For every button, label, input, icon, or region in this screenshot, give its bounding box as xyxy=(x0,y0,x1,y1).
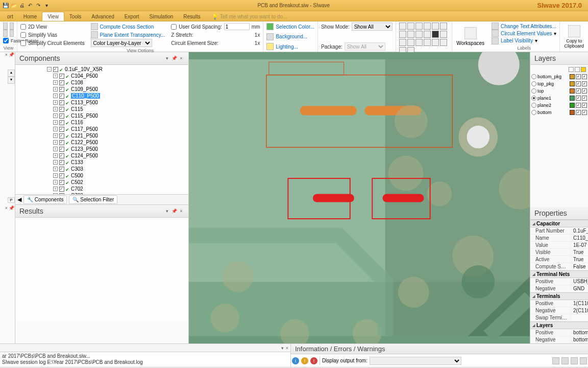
log-menu-icon[interactable]: ▾ xyxy=(281,346,284,351)
print-icon[interactable]: 🖨 xyxy=(18,2,26,9)
info-tool-3-icon[interactable] xyxy=(571,357,578,364)
tab-advanced[interactable]: Advanced xyxy=(86,12,119,21)
layer-hdr-2[interactable] xyxy=(575,67,580,72)
undo-icon[interactable]: ↶ xyxy=(27,2,34,9)
expander-icon[interactable]: + xyxy=(53,180,58,185)
error-icon[interactable]: ! xyxy=(310,357,317,364)
tree-checkbox[interactable] xyxy=(59,107,64,112)
left-close2-icon[interactable]: × xyxy=(5,205,8,211)
layer-sel-checkbox[interactable]: ✓ xyxy=(582,96,587,101)
results-close-icon[interactable]: × xyxy=(178,209,184,215)
expander-icon[interactable]: − xyxy=(47,67,52,72)
layer-vis-checkbox[interactable]: ✓ xyxy=(576,81,581,86)
info-icon[interactable]: i xyxy=(292,357,299,364)
grid-input[interactable] xyxy=(224,23,250,30)
tab-simulation[interactable]: Simulation xyxy=(144,12,179,21)
tree-item[interactable]: +✔C500 xyxy=(17,172,186,179)
background-icon[interactable] xyxy=(266,33,274,40)
tree-item[interactable]: +✔C124_P500 xyxy=(17,152,186,159)
redo-icon[interactable]: ↷ xyxy=(35,2,42,9)
sh-icon-12[interactable] xyxy=(440,31,447,38)
layer-swatch[interactable] xyxy=(570,81,575,86)
tab-selection-filter[interactable]: 🔍 Selection Filter xyxy=(69,195,117,204)
tree-item[interactable]: +✔C110_P500 xyxy=(17,93,186,99)
tree-checkbox[interactable] xyxy=(59,120,64,125)
layer-swatch[interactable] xyxy=(570,96,575,101)
simplify-ckt-checkbox[interactable] xyxy=(20,40,26,46)
results-pin-icon[interactable]: 📌 xyxy=(171,209,177,215)
cev-icon[interactable] xyxy=(492,30,499,37)
tree-item[interactable]: +✔C121_P500 xyxy=(17,132,186,139)
tree-checkbox[interactable] xyxy=(59,193,64,195)
expander-icon[interactable]: + xyxy=(53,147,58,151)
selection-color-link[interactable]: Selection Color... xyxy=(276,24,314,30)
expander-icon[interactable]: + xyxy=(53,113,58,118)
cta-icon[interactable] xyxy=(492,22,499,30)
tree-item[interactable]: +✔C115_P500 xyxy=(17,112,186,119)
workspaces-icon[interactable] xyxy=(464,27,477,39)
tree-checkbox[interactable] xyxy=(59,94,64,99)
layer-swatch[interactable] xyxy=(570,88,575,94)
components-close-icon[interactable]: × xyxy=(178,56,184,62)
sh-icon-4[interactable] xyxy=(424,22,431,30)
warning-icon[interactable]: ! xyxy=(301,357,308,364)
lv-dropdown-icon[interactable]: ▾ xyxy=(535,38,537,43)
expander-icon[interactable]: + xyxy=(53,80,58,85)
layer-hdr-1[interactable] xyxy=(569,67,574,72)
expander-icon[interactable]: + xyxy=(53,133,58,138)
prop-value[interactable]: 2(C110 xyxy=(571,307,588,314)
sh-icon-3[interactable] xyxy=(415,22,423,30)
tree-item[interactable]: +✔C109_P500 xyxy=(17,86,186,93)
tree-checkbox[interactable] xyxy=(59,133,64,139)
components-menu-icon[interactable]: ▾ xyxy=(164,56,170,62)
prop-value[interactable] xyxy=(571,314,588,321)
display-from-dropdown[interactable] xyxy=(370,357,461,365)
left-tab-icon[interactable]: P xyxy=(8,197,15,203)
prop-value[interactable]: USBH_ xyxy=(571,278,588,285)
expander-icon[interactable]: + xyxy=(53,120,58,125)
layer-row[interactable]: plane1✓✓ xyxy=(531,95,587,102)
left-scroll-up-icon[interactable]: ▴ xyxy=(8,70,15,77)
layer-radio[interactable] xyxy=(531,103,536,108)
grid-checkbox[interactable] xyxy=(171,24,177,30)
tab-export[interactable]: Export xyxy=(119,12,144,21)
cev-dropdown-icon[interactable]: ▾ xyxy=(554,31,556,36)
tab-results[interactable]: Results xyxy=(178,12,205,21)
tree-root-item[interactable]: −✔0.1uF_10V_X5R xyxy=(17,66,186,73)
tree-item[interactable]: +✔C108 xyxy=(17,79,186,86)
expander-icon[interactable]: + xyxy=(53,107,58,111)
left-close-icon[interactable]: × xyxy=(5,52,8,57)
color-layer-dropdown[interactable]: Color Layer-by-Layer xyxy=(91,39,152,47)
sh-icon-18[interactable] xyxy=(440,39,447,46)
sh-icon-11[interactable] xyxy=(432,31,439,38)
tree-checkbox[interactable] xyxy=(59,140,64,145)
layer-vis-checkbox[interactable]: ✓ xyxy=(576,74,581,79)
tree-checkbox[interactable] xyxy=(59,80,64,85)
log-content[interactable]: ar 2017\PCBs\PCB and Breakout.siw... SIw… xyxy=(0,352,290,366)
sh-icon-6[interactable] xyxy=(440,22,447,30)
layer-sel-checkbox[interactable]: ✓ xyxy=(582,81,587,86)
layer-sel-checkbox[interactable]: ✓ xyxy=(582,103,587,108)
pan-icon[interactable] xyxy=(10,30,14,37)
layer-sel-checkbox[interactable]: ✓ xyxy=(582,110,587,115)
layer-hdr-3[interactable] xyxy=(581,67,586,72)
expander-icon[interactable]: + xyxy=(53,94,58,98)
tab-home[interactable]: Home xyxy=(18,12,42,21)
plane-ext-icon[interactable] xyxy=(91,31,98,38)
fit-icon[interactable] xyxy=(3,22,8,30)
prop-value[interactable]: GND xyxy=(571,285,588,292)
tree-item[interactable]: +✔C502 xyxy=(17,179,186,186)
tree-item[interactable]: +✔C123_P500 xyxy=(17,146,186,152)
prop-value[interactable]: C110_P xyxy=(571,235,588,241)
lighting-icon[interactable] xyxy=(266,43,274,50)
prop-value[interactable]: 1(C110 xyxy=(571,300,588,307)
sh-icon-9[interactable] xyxy=(415,31,423,38)
log-close-icon[interactable]: × xyxy=(286,346,288,351)
tab-ort[interactable]: ort xyxy=(2,12,18,21)
tree-checkbox[interactable] xyxy=(53,67,58,72)
tree-checkbox[interactable] xyxy=(59,147,64,152)
results-menu-icon[interactable]: ▾ xyxy=(164,209,170,215)
layer-radio[interactable] xyxy=(531,110,536,115)
tree-checkbox[interactable] xyxy=(59,113,64,119)
layer-vis-checkbox[interactable]: ✓ xyxy=(576,96,581,101)
